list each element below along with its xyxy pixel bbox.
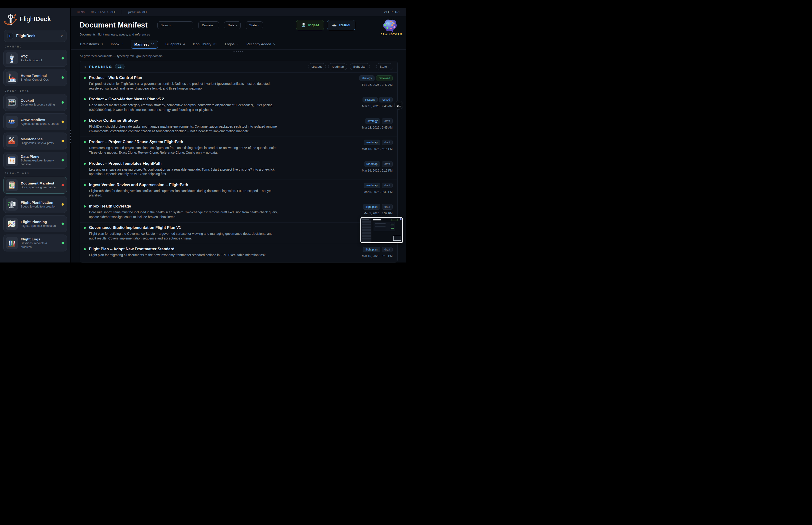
document-date: Mar 18, 2026 . 5:16 PM (362, 147, 393, 151)
tab[interactable]: Inbox 3 (110, 40, 124, 49)
sidebar-item-flight-planification[interactable]: Flight Planification Specs & work item c… (3, 196, 67, 213)
sidebar-resize-handle[interactable] (70, 130, 72, 145)
brain-caption: BRAINSTORM (381, 33, 401, 36)
sidebar-item-document-manifest[interactable]: MANIFEST Document Manifest Docs, specs &… (3, 177, 67, 194)
app-preview-thumbnail[interactable] (361, 217, 403, 243)
document-date: Feb 25, 2026 . 3:47 AM (362, 83, 393, 87)
tag-badge[interactable]: draft (382, 118, 393, 124)
tag-badge[interactable]: flight plan (363, 204, 380, 210)
sidebar-item-flight-logs[interactable]: LOGS LOGS LOGS Flight Logs Sessions, rec… (3, 235, 67, 252)
tab[interactable]: Logos 9 (224, 40, 239, 49)
document-title: Product -- Project Clone / Reuse System … (89, 139, 333, 144)
sidebar-item-cockpit[interactable]: 00:00 Cockpit Overview & course setting (3, 94, 67, 111)
tag-badge[interactable]: draft (382, 183, 393, 188)
state-sort-button[interactable]: State↕ (376, 63, 393, 70)
tag-badge[interactable]: strategy (359, 75, 374, 81)
document-row[interactable]: Flight Plan -- Adopt New Frontmatter Sta… (80, 244, 397, 261)
document-date: Mar 16, 2026 . 5:16 PM (362, 169, 393, 172)
tag-badge[interactable]: draft (382, 161, 393, 167)
svg-text:LOGS: LOGS (9, 242, 10, 244)
tag-badge[interactable]: draft (382, 139, 393, 145)
tag-badge[interactable]: locked (379, 97, 393, 103)
document-row[interactable]: Inbox Health Coverage Core rule: inbox i… (80, 201, 397, 222)
caret-down-icon: ▾ (258, 24, 259, 26)
sidebar-item-atc[interactable]: ATC Air traffic control (3, 50, 67, 67)
role-filter-button[interactable]: Role▾ (224, 21, 240, 29)
runway-clipboard-icon (6, 198, 18, 211)
thumbnail-nested-preview (393, 236, 401, 241)
document-row[interactable]: Governance Studio Implementation Flight … (80, 222, 397, 244)
document-row[interactable]: Docker Container Strategy FlightDeck sho… (80, 115, 397, 137)
chevron-down-icon: ∨ (61, 34, 63, 38)
document-title: Flight Plan -- Adopt New Frontmatter Sta… (89, 247, 333, 251)
brain-network-icon (381, 18, 398, 33)
thumbnail-main (372, 218, 402, 242)
document-description: Users creating a second project can clon… (89, 146, 279, 155)
fuel-truck-icon (332, 23, 337, 28)
tab[interactable]: Icon Library 81 (193, 40, 217, 49)
sort-icon: ↕ (388, 65, 390, 68)
tag-badge[interactable]: reviewed (376, 75, 393, 81)
chip-strategy[interactable]: strategy (308, 63, 326, 70)
document-row[interactable]: Product -- Project Templates FlightPath … (80, 158, 397, 180)
document-row[interactable]: Product -- Go-to-Market Master Plan v5.2… (80, 94, 397, 115)
tag-badge[interactable]: draft (382, 247, 393, 252)
document-description: FlightPath idea for detecting version co… (89, 189, 279, 198)
tab[interactable]: Blueprints 4 (165, 40, 185, 49)
state-filter-button[interactable]: State▾ (246, 21, 263, 29)
document-row[interactable]: Ingest Version Review and Supersession -… (80, 180, 397, 201)
list-view-toggle-button[interactable] (394, 101, 403, 109)
refuel-button[interactable]: Refuel (327, 20, 355, 30)
status-dot (83, 77, 86, 79)
app-logo: FlightDeck (3, 10, 67, 29)
thumbnail-sidebar (361, 218, 372, 242)
domain-filter-button[interactable]: Domain▾ (198, 21, 219, 29)
document-description: FlightDeck should orchestrate tasks, not… (89, 124, 279, 134)
document-title: Docker Container Strategy (89, 118, 333, 123)
document-description: Flight plan for migrating all documents … (89, 253, 279, 258)
tag-badge[interactable]: strategy (363, 97, 378, 103)
tag-badge[interactable]: draft (382, 204, 393, 210)
chip-flight-plan[interactable]: flight plan (350, 63, 370, 70)
sidebar-item-home-terminal[interactable]: Home Terminal Briefing, Control, Ops (3, 69, 67, 86)
svg-text:LOGS: LOGS (11, 242, 12, 244)
search-input[interactable] (157, 21, 193, 29)
document-description: Flight plan for building the Governance … (89, 231, 279, 241)
tag-badge[interactable]: strategy (365, 118, 380, 124)
tag-badge[interactable]: roadmap (364, 161, 380, 167)
tab[interactable]: Recently Added 5 (246, 40, 276, 49)
dev-labels-toggle[interactable]: dev labels OFF (91, 10, 116, 14)
status-dot (62, 223, 64, 225)
data-table-icon (6, 154, 18, 166)
page-subtitle: Documents, flight manuals, specs, and re… (80, 33, 406, 36)
tag-badge[interactable]: roadmap (364, 139, 380, 145)
panel-resize-handle[interactable] (71, 49, 406, 53)
ingest-button[interactable]: Ingest (296, 20, 324, 30)
sidebar-item-flight-planning[interactable]: Flight Planning Flights, sprints & execu… (3, 215, 67, 232)
document-row[interactable]: Flight Plan -- Rewrite Ingest Interpreta… (80, 261, 397, 262)
document-row[interactable]: Product -- Project Clone / Reuse System … (80, 137, 397, 158)
control-tower-logo-icon (4, 12, 17, 26)
status-dot (83, 184, 86, 186)
document-title: Product -- Work Control Plan (89, 75, 333, 80)
status-dot (62, 159, 64, 162)
chip-roadmap[interactable]: roadmap (328, 63, 347, 70)
sidebar-item-data-plane[interactable]: Data Plane Schema explorer & query conso… (3, 152, 67, 169)
tab-bar: Brainstorms 3 Inbox 3 Manifest 50 Bluepr… (71, 36, 406, 49)
workspace-avatar: F (7, 33, 13, 39)
sidebar-item-maintenance[interactable]: Maintenance Diagnostics, keys & prefs (3, 133, 67, 149)
document-list: Product -- Work Control Plan Full produc… (80, 73, 397, 262)
tag-badge[interactable]: roadmap (364, 183, 380, 188)
workspace-selector[interactable]: F FlightDeck ∨ (4, 30, 66, 42)
document-date: Mar 5, 2026 . 3:32 PM (364, 212, 393, 215)
premium-toggle[interactable]: premium OFF (128, 10, 148, 14)
sidebar-item-crew-manifest[interactable]: Crew Manifest Agents, connections & stat… (3, 113, 67, 130)
caret-down-icon: ▾ (236, 24, 237, 26)
collapse-chevron-icon[interactable]: ∨ (84, 65, 87, 69)
tab[interactable]: Brainstorms 3 (80, 40, 103, 49)
document-description: Go-to-market master plan: category creat… (89, 103, 279, 112)
document-row[interactable]: Product -- Work Control Plan Full produc… (80, 73, 397, 94)
tab[interactable]: Manifest 50 (131, 40, 158, 49)
status-dot (62, 101, 64, 104)
tag-badge[interactable]: flight plan (363, 247, 380, 252)
